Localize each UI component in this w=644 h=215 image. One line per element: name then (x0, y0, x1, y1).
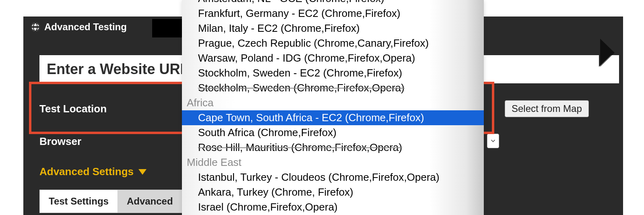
tab-advanced-testing[interactable]: Advanced Testing (23, 17, 152, 37)
location-option[interactable]: Milan, Italy - EC2 (Chrome,Firefox) (182, 21, 484, 36)
advanced-settings-label: Advanced Settings (39, 165, 134, 178)
location-option[interactable]: Rose Hill, Mauritius (Chrome,Firefox,Ope… (182, 140, 484, 155)
option-group-label: Africa (182, 95, 484, 110)
location-option[interactable]: Frankfurt, Germany - EC2 (Chrome,Firefox… (182, 6, 484, 21)
subtab-advanced[interactable]: Advanced (118, 190, 182, 213)
url-input-placeholder: Enter a Website URL (47, 61, 189, 78)
location-option[interactable]: Prague, Czech Republic (Chrome,Canary,Fi… (182, 36, 484, 51)
location-option[interactable]: Istanbul, Turkey - Cloudeos (Chrome,Fire… (182, 170, 484, 185)
location-option[interactable]: Amsterdam, NL - GCE (Chrome,Firefox) (182, 0, 484, 6)
location-option[interactable]: South Africa (Chrome,Firefox) (182, 125, 484, 140)
select-from-map-button[interactable]: Select from Map (505, 100, 589, 117)
location-option[interactable]: Cape Town, South Africa - EC2 (Chrome,Fi… (182, 110, 484, 125)
subtab-test-settings[interactable]: Test Settings (39, 190, 118, 213)
location-option[interactable]: Stockholm, Sweden - EC2 (Chrome,Firefox) (182, 66, 484, 81)
start-test-arrow[interactable] (599, 39, 613, 67)
tab-advanced-testing-label: Advanced Testing (44, 21, 127, 33)
tab-inactive[interactable] (152, 19, 184, 37)
location-option[interactable]: Ankara, Turkey (Chrome, Firefox) (182, 185, 484, 200)
location-option[interactable]: Stockholm, Sweden (Chrome,Firefox,Opera) (182, 81, 484, 95)
globe-icon (31, 22, 40, 32)
option-group-label: Middle East (182, 155, 484, 170)
location-option[interactable]: Israel (Chrome,Firefox,Opera) (182, 200, 484, 215)
location-option[interactable]: Warsaw, Poland - IDG (Chrome,Firefox,Ope… (182, 51, 484, 66)
label-test-location: Test Location (39, 103, 107, 115)
chevron-down-icon (138, 169, 147, 175)
location-dropdown[interactable]: Amsterdam, NL - GCE (Chrome,Firefox)Fran… (182, 0, 484, 215)
subtabs: Test Settings Advanced (39, 190, 182, 213)
advanced-settings-toggle[interactable]: Advanced Settings (39, 165, 147, 178)
label-browser: Browser (39, 135, 81, 148)
chevron-down-icon (490, 138, 496, 144)
browser-select-chevron[interactable] (487, 134, 499, 148)
